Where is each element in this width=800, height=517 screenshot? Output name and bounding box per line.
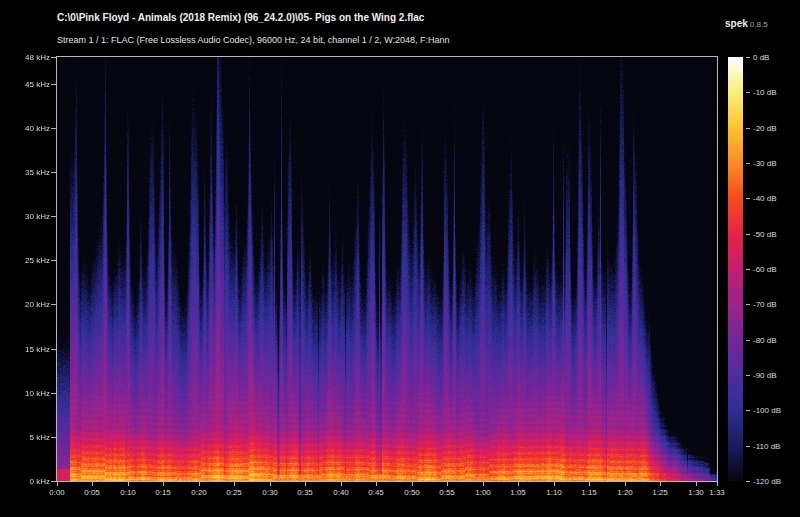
db-tick-label: 0 dB xyxy=(753,53,769,62)
app-name: spek xyxy=(725,18,748,29)
time-tick-label: 1:00 xyxy=(475,488,491,497)
time-tick-label: 1:33 xyxy=(709,488,725,497)
time-tick-mark xyxy=(305,482,306,486)
freq-tick-label: 10 kHz xyxy=(0,389,50,398)
db-tick-mark xyxy=(746,198,750,199)
freq-tick-mark xyxy=(51,172,56,173)
db-tick-mark xyxy=(746,410,750,411)
app-version: 0.8.5 xyxy=(750,20,768,29)
freq-tick-mark xyxy=(51,128,56,129)
freq-tick-label: 0 kHz xyxy=(0,477,50,486)
time-tick-label: 1:25 xyxy=(652,488,668,497)
db-tick-label: -120 dB xyxy=(753,477,781,486)
db-tick-mark xyxy=(746,269,750,270)
time-tick-label: 1:30 xyxy=(688,488,704,497)
time-tick-mark xyxy=(412,482,413,486)
db-tick-mark xyxy=(746,340,750,341)
time-tick-label: 0:45 xyxy=(368,488,384,497)
time-tick-mark xyxy=(376,482,377,486)
time-tick-label: 0:00 xyxy=(49,488,65,497)
db-tick-label: -30 dB xyxy=(753,159,777,168)
freq-tick-mark xyxy=(51,437,56,438)
db-tick-mark xyxy=(746,57,750,58)
db-tick-label: -40 dB xyxy=(753,194,777,203)
db-tick-label: -10 dB xyxy=(753,88,777,97)
freq-tick-label: 48 kHz xyxy=(0,53,50,62)
freq-tick-mark xyxy=(51,260,56,261)
time-tick-label: 0:40 xyxy=(333,488,349,497)
time-tick-mark xyxy=(199,482,200,486)
freq-tick-label: 20 kHz xyxy=(0,300,50,309)
freq-tick-label: 35 kHz xyxy=(0,168,50,177)
freq-tick-label: 25 kHz xyxy=(0,256,50,265)
time-tick-label: 1:10 xyxy=(546,488,562,497)
spek-window: C:\0\Pink Floyd - Animals (2018 Remix) (… xyxy=(0,0,800,517)
time-tick-mark xyxy=(341,482,342,486)
time-tick-label: 0:35 xyxy=(297,488,313,497)
time-tick-mark xyxy=(57,482,58,486)
time-tick-mark xyxy=(92,482,93,486)
time-tick-mark xyxy=(660,482,661,486)
freq-tick-label: 40 kHz xyxy=(0,124,50,133)
time-tick-mark xyxy=(717,482,718,486)
time-tick-label: 0:10 xyxy=(120,488,136,497)
time-tick-label: 0:30 xyxy=(262,488,278,497)
time-tick-mark xyxy=(589,482,590,486)
freq-tick-label: 45 kHz xyxy=(0,80,50,89)
db-tick-mark xyxy=(746,446,750,447)
freq-tick-label: 5 kHz xyxy=(0,433,50,442)
time-tick-mark xyxy=(447,482,448,486)
time-tick-mark xyxy=(483,482,484,486)
db-tick-mark xyxy=(746,163,750,164)
freq-tick-label: 15 kHz xyxy=(0,345,50,354)
db-tick-mark xyxy=(746,128,750,129)
db-tick-label: -70 dB xyxy=(753,300,777,309)
db-tick-mark xyxy=(746,304,750,305)
app-branding: spek0.8.5 xyxy=(725,13,768,31)
db-tick-label: -110 dB xyxy=(753,442,780,451)
db-tick-label: -20 dB xyxy=(753,124,777,133)
file-path-title: C:\0\Pink Floyd - Animals (2018 Remix) (… xyxy=(57,12,424,23)
freq-tick-mark xyxy=(51,349,56,350)
freq-tick-mark xyxy=(51,481,56,482)
time-tick-mark xyxy=(128,482,129,486)
time-tick-mark xyxy=(234,482,235,486)
freq-tick-mark xyxy=(51,216,56,217)
time-tick-mark xyxy=(625,482,626,486)
freq-tick-mark xyxy=(51,304,56,305)
time-tick-label: 0:50 xyxy=(404,488,420,497)
time-tick-mark xyxy=(270,482,271,486)
spectrogram-canvas xyxy=(57,57,717,481)
db-tick-label: -90 dB xyxy=(753,371,777,380)
freq-tick-mark xyxy=(51,57,56,58)
time-tick-label: 0:15 xyxy=(155,488,171,497)
time-tick-mark xyxy=(163,482,164,486)
db-tick-mark xyxy=(746,481,750,482)
db-tick-label: -50 dB xyxy=(753,230,777,239)
time-tick-label: 0:25 xyxy=(226,488,242,497)
colorbar-gradient xyxy=(728,57,743,481)
time-tick-label: 0:20 xyxy=(191,488,207,497)
freq-tick-mark xyxy=(51,393,56,394)
db-tick-mark xyxy=(746,92,750,93)
db-tick-label: -80 dB xyxy=(753,336,777,345)
time-tick-label: 0:05 xyxy=(84,488,100,497)
spectrogram-plot xyxy=(56,56,718,482)
time-tick-label: 1:05 xyxy=(510,488,526,497)
freq-tick-label: 30 kHz xyxy=(0,212,50,221)
freq-tick-mark xyxy=(51,84,56,85)
db-tick-mark xyxy=(746,375,750,376)
stream-info: Stream 1 / 1: FLAC (Free Lossless Audio … xyxy=(57,35,450,45)
db-tick-mark xyxy=(746,234,750,235)
db-tick-label: -100 dB xyxy=(753,406,781,415)
time-tick-label: 0:55 xyxy=(439,488,455,497)
time-tick-label: 1:15 xyxy=(581,488,597,497)
db-tick-label: -60 dB xyxy=(753,265,777,274)
time-tick-mark xyxy=(554,482,555,486)
time-tick-label: 1:20 xyxy=(617,488,633,497)
time-tick-mark xyxy=(518,482,519,486)
time-tick-mark xyxy=(696,482,697,486)
